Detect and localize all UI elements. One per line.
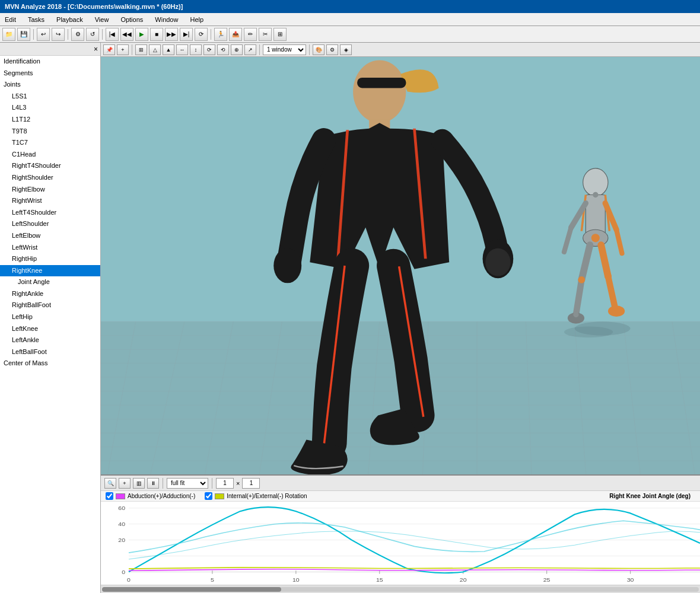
tree-item-center-of-mass[interactable]: Center of Mass <box>0 358 100 369</box>
menu-tasks[interactable]: Tasks <box>26 15 47 24</box>
tree-item-rightshoulder[interactable]: RightShoulder <box>0 172 100 184</box>
tree-item-rightwrist[interactable]: RightWrist <box>0 195 100 207</box>
vp-add-btn[interactable]: + <box>117 44 129 55</box>
toolbar: 📁 💾 ↩ ↪ ⚙ ↺ |◀ ◀◀ ▶ ■ ▶▶ ▶| ⟳ 🏃 📤 ✏ ✂ ⊞ <box>0 26 700 43</box>
toolbar-more[interactable]: ⊞ <box>273 28 287 41</box>
svg-line-35 <box>616 229 622 253</box>
toolbar-save[interactable]: 💾 <box>17 28 30 41</box>
tree-item-leftt4shoulder[interactable]: LeftT4Shoulder <box>0 207 100 219</box>
svg-line-34 <box>605 203 616 230</box>
tree-item-leftwrist[interactable]: LeftWrist <box>0 242 100 254</box>
vp-updown-btn[interactable]: ↕ <box>190 44 202 55</box>
toolbar-loop[interactable]: ⟳ <box>195 28 208 41</box>
tree-item-t9t8[interactable]: T9T8 <box>0 126 100 138</box>
vp-solid-btn[interactable]: ▲ <box>163 44 174 55</box>
menu-help[interactable]: Help <box>187 15 206 24</box>
legend-abduction: Abduction(+)/Adduction(-) <box>106 492 195 500</box>
toolbar-play[interactable]: ▶ <box>135 28 148 41</box>
tree-item-leftelbow[interactable]: LeftElbow <box>0 230 100 242</box>
tree-item-righthip[interactable]: RightHip <box>0 253 100 265</box>
legend-rotation-checkbox[interactable] <box>205 492 212 500</box>
svg-line-41 <box>608 276 615 308</box>
vp-rot2-btn[interactable]: ⟲ <box>217 44 229 55</box>
tree-item-identification[interactable]: Identification <box>0 56 100 68</box>
svg-text:0: 0 <box>127 576 131 583</box>
chart-title: Right Knee Joint Angle (deg) <box>609 493 691 499</box>
svg-line-31 <box>605 195 609 231</box>
tree-item-l5s1[interactable]: L5S1 <box>0 91 100 103</box>
svg-point-28 <box>583 168 608 196</box>
panel-close-btn[interactable]: × <box>94 45 98 53</box>
tree-item-rightknee[interactable]: RightKnee <box>0 265 100 277</box>
tree-item-leftshoulder[interactable]: LeftShoulder <box>0 218 100 230</box>
chart-zoom-btn[interactable]: 🔍 <box>104 478 116 489</box>
svg-line-23 <box>526 321 533 474</box>
toolbar-next[interactable]: ▶▶ <box>165 28 178 41</box>
toolbar-edit[interactable]: ✏ <box>244 28 257 41</box>
tree-item-rightballfoot[interactable]: RightBallFoot <box>0 299 100 311</box>
menu-options[interactable]: Options <box>118 15 145 24</box>
toolbar-prev[interactable]: ◀◀ <box>120 28 133 41</box>
svg-text:5: 5 <box>211 576 214 583</box>
chart-pause-btn[interactable]: ⏸ <box>147 478 159 489</box>
tree-item-leftknee[interactable]: LeftKnee <box>0 323 100 335</box>
toolbar-refresh[interactable]: ↺ <box>86 28 99 41</box>
vp-window-select[interactable]: 1 window 2 windows 4 windows <box>263 44 306 55</box>
tree-item-leftballfoot[interactable]: LeftBallFoot <box>0 346 100 358</box>
toolbar-stop[interactable]: ■ <box>150 28 163 41</box>
chart-cursor-btn[interactable]: + <box>119 478 131 489</box>
tree-item-c1head[interactable]: C1Head <box>0 149 100 161</box>
toolbar-run[interactable]: 🏃 <box>214 28 227 41</box>
chart-bars-btn[interactable]: ▥ <box>133 478 145 489</box>
vp-diag-btn[interactable]: ↗ <box>244 44 256 55</box>
toolbar-cut[interactable]: ✂ <box>259 28 272 41</box>
vp-arrows-btn[interactable]: ↔ <box>176 44 188 55</box>
toolbar-start[interactable]: |◀ <box>106 28 119 41</box>
menu-view[interactable]: View <box>93 15 112 24</box>
chart-container[interactable]: 60 40 20 0 0 5 10 15 20 25 30 <box>101 502 700 585</box>
tree-item-rightankle[interactable]: RightAnkle <box>0 288 100 300</box>
vp-gear-btn[interactable]: ⚙ <box>326 44 338 55</box>
tree-item-joint-angle[interactable]: Joint Angle <box>0 276 100 288</box>
svg-line-18 <box>254 321 282 474</box>
vp-plus-btn[interactable]: ⊕ <box>231 44 243 55</box>
svg-point-43 <box>591 234 600 242</box>
chart-x2-input[interactable] <box>242 478 260 489</box>
vp-color-btn[interactable]: 🎨 <box>313 44 324 55</box>
toolbar-end[interactable]: ▶| <box>180 28 193 41</box>
menu-bar: Edit Tasks Playback View Options Window … <box>0 13 700 26</box>
vp-pin-btn[interactable]: 📌 <box>103 44 115 55</box>
tree-item-leftankle[interactable]: LeftAnkle <box>0 334 100 346</box>
svg-point-46 <box>573 312 578 317</box>
tree-item-rightt4shoulder[interactable]: RightT4Shoulder <box>0 160 100 172</box>
tree-item-joints[interactable]: Joints <box>0 79 100 91</box>
toolbar-open[interactable]: 📁 <box>2 28 15 41</box>
vp-rot1-btn[interactable]: ⟳ <box>203 44 215 55</box>
tree-container: IdentificationSegmentsJointsL5S1L4L3L1T1… <box>0 56 100 369</box>
svg-point-50 <box>564 326 613 337</box>
vp-cam-btn[interactable]: ◈ <box>340 44 352 55</box>
toolbar-export[interactable]: 📤 <box>229 28 242 41</box>
toolbar-undo[interactable]: ↩ <box>37 28 50 41</box>
tree-item-rightelbow[interactable]: RightElbow <box>0 184 100 196</box>
chart-scrollbar[interactable] <box>101 585 700 593</box>
vp-grid-btn[interactable]: ⊞ <box>135 44 147 55</box>
toolbar-settings[interactable]: ⚙ <box>71 28 84 41</box>
menu-edit[interactable]: Edit <box>2 15 18 24</box>
menu-window[interactable]: Window <box>152 15 180 24</box>
tree-item-l4l3[interactable]: L4L3 <box>0 102 100 114</box>
tree-item-t1c7[interactable]: T1C7 <box>0 137 100 149</box>
toolbar-redo[interactable]: ↪ <box>52 28 65 41</box>
chart-fit-select[interactable]: full fit custom <box>167 478 208 489</box>
vp-triangle-btn[interactable]: △ <box>149 44 161 55</box>
svg-text:15: 15 <box>376 576 383 583</box>
svg-rect-53 <box>369 119 390 140</box>
tree-item-l1t12[interactable]: L1T12 <box>0 114 100 126</box>
legend-abduction-checkbox[interactable] <box>106 492 113 500</box>
tree-item-lefthip[interactable]: LeftHip <box>0 311 100 323</box>
scrollbar-thumb[interactable] <box>102 587 281 592</box>
scrollbar-track[interactable] <box>102 587 699 592</box>
chart-x1-input[interactable] <box>216 478 234 489</box>
menu-playback[interactable]: Playback <box>54 15 85 24</box>
tree-item-segments[interactable]: Segments <box>0 68 100 79</box>
